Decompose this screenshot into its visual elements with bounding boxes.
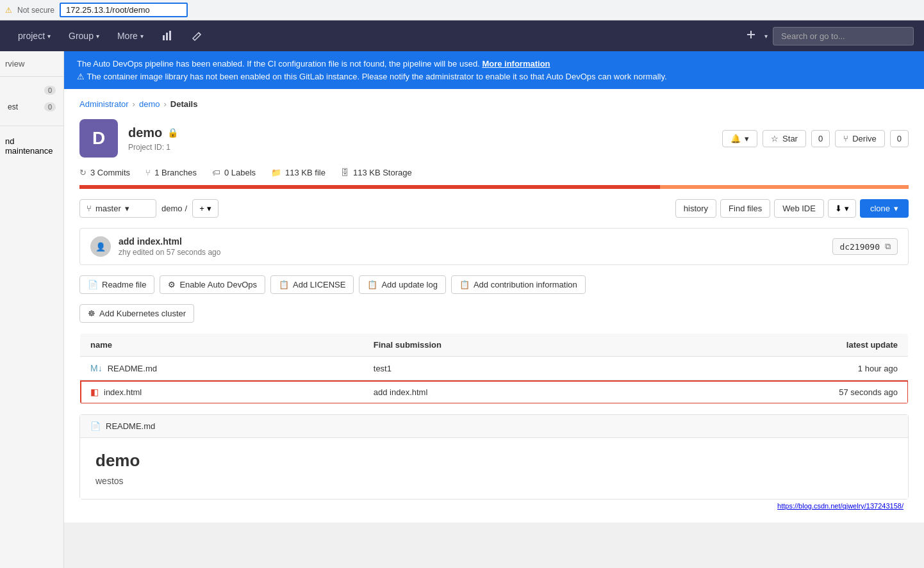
- footer-link[interactable]: https://blog.csdn.net/qjwelry/137243158/: [777, 502, 903, 510]
- nav-plus-chevron[interactable]: ▾: [764, 33, 768, 40]
- lock-icon: 🔒: [167, 127, 178, 138]
- clone-button[interactable]: clone ▾: [860, 199, 909, 218]
- nav-more[interactable]: More ▾: [110, 27, 151, 45]
- action-buttons: 📄 Readme file ⚙ Enable Auto DevOps 📋 Add…: [79, 275, 909, 294]
- table-row[interactable]: ◧ index.html add index.html 57 seconds a…: [80, 380, 909, 404]
- nav-chart-icon[interactable]: [154, 26, 181, 45]
- add-file-button[interactable]: + ▾: [192, 199, 219, 218]
- star-count: 0: [811, 130, 830, 147]
- commit-message[interactable]: add index.html: [119, 236, 825, 247]
- update-readme: 1 hour ago: [650, 357, 909, 380]
- readme-body: westos: [95, 476, 893, 486]
- add-update-log-button[interactable]: 📋 Add update log: [359, 275, 445, 294]
- filesize-icon: 📁: [271, 168, 281, 177]
- nav-edit-icon[interactable]: [183, 26, 210, 45]
- progress-bar-fill: [79, 185, 909, 189]
- alert-line1: The Auto DevOps pipeline has been enable…: [77, 58, 911, 70]
- nav-group[interactable]: Group ▾: [61, 27, 107, 45]
- avatar-icon: 👤: [95, 242, 106, 252]
- stat-labels[interactable]: 🏷 0 Labels: [212, 168, 256, 177]
- col-name: name: [80, 334, 363, 357]
- nav-right-icons: ▾: [743, 26, 914, 45]
- history-button[interactable]: history: [675, 199, 716, 218]
- add-contribution-button[interactable]: 📋 Add contribution information: [451, 275, 586, 294]
- sidebar-item-0[interactable]: 0: [5, 82, 58, 99]
- col-update: latest update: [650, 334, 909, 357]
- breadcrumb-sep1: ›: [133, 99, 135, 109]
- fork-icon: ⑂: [843, 134, 848, 143]
- commit-hash: dc219090 ⧉: [832, 238, 898, 255]
- nav-group-label: Group: [69, 31, 94, 41]
- readme-content: demo westos: [80, 438, 908, 499]
- index-filename[interactable]: index.html: [104, 387, 142, 397]
- download-chevron: ▾: [845, 204, 849, 213]
- nav-project-chevron: ▾: [47, 33, 51, 40]
- update-index: 57 seconds ago: [650, 380, 909, 404]
- action-buttons-2: ☸ Add Kubernetes cluster: [79, 304, 909, 323]
- readme-button[interactable]: 📄 Readme file: [79, 275, 154, 294]
- star-button[interactable]: ☆ Star: [763, 130, 806, 147]
- top-nav: project ▾ Group ▾ More ▾ ▾: [0, 20, 924, 51]
- breadcrumb-demo[interactable]: demo: [139, 99, 160, 109]
- file-name-index: ◧ index.html: [90, 387, 353, 397]
- find-files-button[interactable]: Find files: [720, 199, 770, 218]
- breadcrumb-details: Details: [170, 99, 198, 109]
- bottom-link: https://blog.csdn.net/qjwelry/137243158/: [79, 499, 909, 512]
- bell-button[interactable]: 🔔 ▾: [722, 130, 757, 147]
- url-bar[interactable]: 172.25.13.1/root/demo: [60, 3, 188, 17]
- table-header-row: name Final submission latest update: [80, 334, 909, 357]
- repo-area: Administrator › demo › Details D demo 🔒 …: [64, 89, 924, 523]
- branch-icon: ⑂: [87, 204, 92, 213]
- search-input[interactable]: [773, 27, 914, 45]
- download-button[interactable]: ⬇ ▾: [828, 199, 856, 218]
- branch-select[interactable]: ⑂ master ▾: [79, 199, 156, 218]
- file-name-cell[interactable]: M↓ README.md: [80, 357, 363, 380]
- browser-bar: ⚠ Not secure 172.25.13.1/root/demo: [0, 0, 924, 20]
- readme-header: 📄 README.md: [80, 415, 908, 438]
- stats-row: ↻ 3 Commits ⑂ 1 Branches 🏷 0 Labels 📁 11…: [79, 168, 909, 177]
- file-table: name Final submission latest update M↓ R…: [79, 333, 909, 404]
- add-license-button[interactable]: 📋 Add LICENSE: [270, 275, 354, 294]
- web-ide-button[interactable]: Web IDE: [774, 199, 824, 218]
- readme-title: demo: [95, 451, 893, 471]
- readme-section: 📄 README.md demo westos: [79, 414, 909, 499]
- breadcrumb: Administrator › demo › Details: [79, 99, 909, 109]
- project-info: demo 🔒 Project ID: 1: [128, 126, 178, 152]
- commit-avatar: 👤: [90, 236, 111, 257]
- nav-project-label: project: [18, 31, 45, 41]
- file-name-cell-html[interactable]: ◧ index.html: [80, 380, 363, 404]
- stat-storage: 🗄 113 KB Storage: [341, 168, 412, 177]
- nav-plus-icon[interactable]: [743, 26, 759, 45]
- sidebar-section: 0 est 0: [0, 77, 63, 120]
- add-kubernetes-button[interactable]: ☸ Add Kubernetes cluster: [79, 304, 194, 323]
- download-icon: ⬇: [835, 204, 842, 213]
- stat-branches[interactable]: ⑂ 1 Branches: [145, 168, 197, 177]
- commits-icon: ↻: [79, 168, 87, 177]
- project-actions: 🔔 ▾ ☆ Star 0 ⑂ Derive 0: [722, 130, 909, 147]
- html-icon: ◧: [90, 387, 99, 397]
- derive-button[interactable]: ⑂ Derive: [835, 130, 885, 147]
- sidebar-item-est-label: est: [8, 102, 18, 111]
- more-info-link[interactable]: More information: [482, 59, 550, 69]
- table-row[interactable]: M↓ README.md test1 1 hour ago: [80, 357, 909, 380]
- branch-chevron: ▾: [125, 204, 129, 213]
- sidebar-badge-est: 0: [44, 102, 56, 111]
- readme-header-label: README.md: [106, 421, 155, 431]
- readme-filename[interactable]: README.md: [108, 364, 157, 373]
- readme-header-icon: 📄: [90, 421, 101, 431]
- stat-commits[interactable]: ↻ 3 Commits: [79, 168, 130, 177]
- bell-chevron: ▾: [745, 134, 749, 143]
- storage-icon: 🗄: [341, 168, 349, 177]
- breadcrumb-sep2: ›: [163, 99, 166, 109]
- project-avatar: D: [79, 119, 118, 158]
- auto-devops-button[interactable]: ⚙ Enable Auto DevOps: [160, 275, 265, 294]
- sidebar-item-est[interactable]: est 0: [5, 99, 58, 115]
- commit-info: add index.html zhy edited on 57 seconds …: [119, 236, 825, 257]
- devops-icon: ⚙: [168, 280, 176, 289]
- toolbar-actions: history Find files Web IDE ⬇ ▾ clone ▾: [675, 199, 909, 218]
- star-icon: ☆: [771, 134, 779, 143]
- breadcrumb-admin[interactable]: Administrator: [79, 99, 129, 109]
- nav-project[interactable]: project ▾: [10, 27, 58, 45]
- alert-banner: The Auto DevOps pipeline has been enable…: [64, 51, 924, 89]
- copy-icon[interactable]: ⧉: [885, 241, 891, 252]
